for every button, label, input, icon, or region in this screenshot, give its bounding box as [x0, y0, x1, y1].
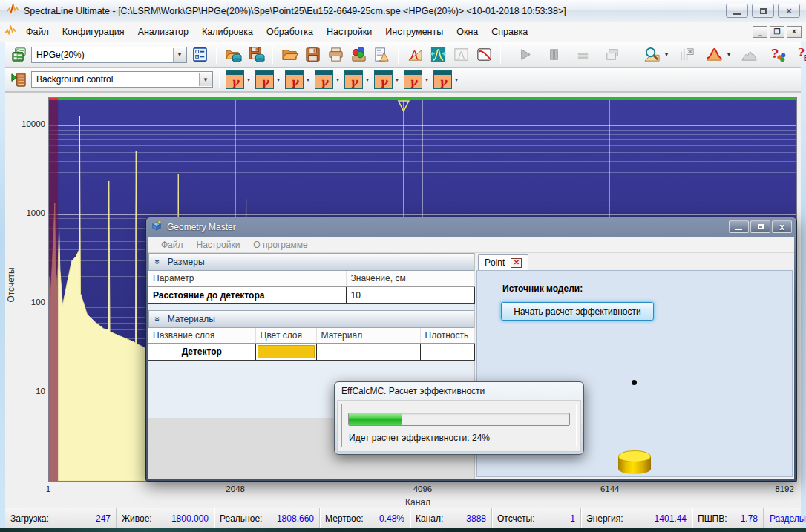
menu-item-2[interactable]: Конфигурация [56, 24, 131, 40]
gm-menu-item-3[interactable]: О программе [246, 238, 314, 252]
save-spectrum-db-icon [248, 46, 265, 63]
layer-name-cell: Детектор [148, 344, 255, 361]
gamma-task-dropdown-icon[interactable]: ▾ [396, 76, 399, 83]
gamma-task-dropdown-icon[interactable]: ▾ [247, 76, 250, 83]
gamma-task-button-8[interactable]: γ [433, 70, 452, 89]
gm-menu-item-2[interactable]: Настройки [190, 238, 247, 252]
tab-point[interactable]: Point ✕ [478, 254, 528, 270]
menu-item-8[interactable]: Окна [450, 24, 485, 40]
nuclide-identification-icon: ? [770, 46, 787, 63]
task-combo[interactable]: Background control▼ [31, 71, 213, 88]
material-cell[interactable] [316, 344, 420, 361]
start-task-button[interactable] [8, 69, 29, 90]
menu-item-3[interactable]: Анализатор [131, 24, 195, 40]
zoom-icon [643, 46, 661, 63]
open-spectrum-db-button[interactable] [223, 45, 243, 65]
calibration-button[interactable] [404, 45, 425, 65]
colors-button[interactable] [348, 45, 369, 65]
mdi-close-button[interactable]: × [787, 26, 802, 38]
configuration-manager-icon [10, 46, 27, 63]
restore-button[interactable] [752, 4, 774, 18]
x-axis-label: Канал [388, 497, 448, 508]
status-value: 1401.44 [655, 513, 687, 524]
gm-maximize-button[interactable] [750, 220, 770, 233]
detector-cylinder [618, 450, 651, 474]
minimize-icon [733, 13, 741, 15]
detector-windows-button [601, 45, 622, 65]
y-tick-label: 1000 [8, 208, 45, 217]
materials-table: Название слояЦвет слояМатериалПлотность … [148, 328, 475, 361]
gamma-task-button-1[interactable]: γ [226, 70, 244, 89]
zoom-button[interactable] [641, 45, 662, 65]
gamma-task-button-3[interactable]: γ [285, 70, 304, 89]
save-file-button[interactable] [302, 45, 323, 65]
section-sizes-header[interactable]: » Размеры [148, 253, 474, 271]
configuration-list-button[interactable] [189, 45, 210, 65]
save-spectrum-db-button[interactable] [246, 45, 266, 65]
status-item-8: ПШПВ:1.78 [692, 508, 764, 528]
gm-minimize-button[interactable] [729, 220, 749, 233]
gamma-task-button-6[interactable]: γ [374, 70, 393, 89]
configuration-manager-button[interactable] [8, 45, 29, 65]
mdi-minimize-button[interactable]: _ [753, 26, 767, 38]
geometry-master-titlebar[interactable]: ✷ Geometry Master x [146, 217, 796, 236]
gamma-task-dropdown-icon[interactable]: ▾ [425, 76, 428, 83]
titlebar[interactable]: SpectraLine Ultimate - [C:\LSRM\Work\GP\… [0, 0, 806, 22]
nuclide-identification-button[interactable]: ? [767, 45, 788, 65]
menu-item-6[interactable]: Настройки [320, 24, 379, 40]
peak-fit-button[interactable] [704, 45, 724, 65]
smoothing-button[interactable] [474, 45, 494, 65]
svg-text:?: ? [770, 46, 778, 61]
materials-row[interactable]: Детектор [148, 344, 475, 361]
status-mode[interactable]: Раздельно [764, 508, 806, 528]
gamma-task-dropdown-icon[interactable]: ▾ [277, 76, 280, 83]
density-cell[interactable] [420, 344, 475, 361]
window-border-right [801, 42, 806, 528]
start-efficiency-calc-button[interactable]: Начать расчет эффективности [501, 302, 654, 321]
status-value: 1 [570, 513, 575, 524]
status-label: Мертвое: [325, 513, 364, 524]
gm-menu-item-1[interactable]: Файл [154, 238, 190, 252]
menu-item-9[interactable]: Справка [485, 24, 534, 40]
gamma-task-dropdown-icon[interactable]: ▾ [307, 76, 309, 83]
color-swatch[interactable] [258, 345, 315, 358]
energy-calibration-button[interactable] [427, 45, 448, 65]
menu-item-5[interactable]: Обработка [260, 24, 320, 40]
sizes-row[interactable]: Расстояние до детектора10 [148, 286, 475, 303]
status-label: Реальное: [220, 513, 262, 524]
print-button[interactable] [325, 45, 346, 65]
close-button[interactable]: × [778, 4, 800, 18]
value-cell[interactable]: 10 [346, 286, 475, 303]
x-tick-label: 1 [32, 485, 65, 493]
layer-color-cell[interactable] [255, 344, 316, 361]
source-model-label: Источник модели: [502, 283, 583, 294]
activity-calculation-button[interactable]: ?Bq [795, 45, 806, 65]
minimize-button[interactable] [726, 4, 748, 18]
gamma-task-button-5[interactable]: γ [344, 70, 363, 89]
menu-item-4[interactable]: Калибровка [195, 24, 260, 40]
menu-item-1[interactable]: Файл [19, 24, 56, 40]
gamma-task-dropdown-icon[interactable]: ▾ [366, 76, 369, 83]
tab-close-icon[interactable]: ✕ [511, 258, 522, 268]
section-materials-header[interactable]: » Материалы [148, 310, 474, 328]
gamma-icon: γ [315, 75, 332, 89]
zoom-dropdown-icon[interactable]: ▾ [665, 51, 668, 58]
gamma-task-button-2[interactable]: γ [255, 70, 274, 89]
report-button[interactable] [371, 45, 392, 65]
mdi-restore-button[interactable]: ❐ [770, 26, 784, 38]
combo-dropdown-icon[interactable]: ▼ [199, 73, 212, 86]
peak-fit-dropdown-icon[interactable]: ▾ [727, 51, 730, 58]
open-file-button[interactable] [279, 45, 300, 65]
gamma-task-button-4[interactable]: γ [315, 70, 333, 89]
progress-titlebar[interactable]: EffCalcMC. Расчет эффективности [335, 382, 583, 399]
task-toolbar: Background control▼γ▾γ▾γ▾γ▾γ▾γ▾γ▾γ▾ [5, 68, 801, 92]
gamma-task-dropdown-icon[interactable]: ▾ [336, 76, 339, 83]
combo-dropdown-icon[interactable]: ▼ [173, 48, 186, 62]
gamma-task-dropdown-icon[interactable]: ▾ [455, 76, 458, 83]
menu-item-7[interactable]: Инструменты [379, 24, 450, 40]
gm-close-button[interactable]: x [772, 220, 792, 233]
gamma-icon: γ [256, 75, 273, 89]
window-border-left [0, 42, 5, 528]
configuration-combo[interactable]: HPGe(20%)▼ [31, 47, 187, 63]
gamma-task-button-7[interactable]: γ [404, 70, 422, 89]
